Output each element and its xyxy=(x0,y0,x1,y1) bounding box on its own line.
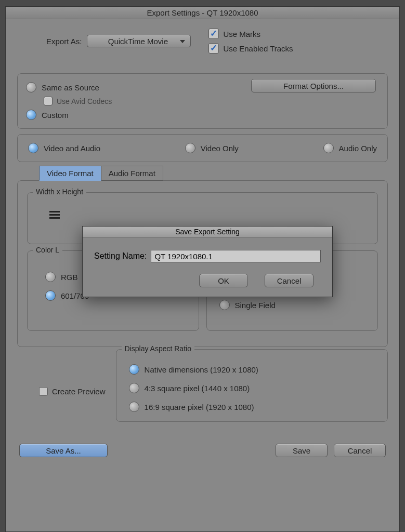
tab-video-format[interactable]: Video Format xyxy=(39,166,101,181)
setting-name-label: Setting Name: xyxy=(94,251,147,261)
dialog-title: Save Export Setting xyxy=(83,227,332,237)
dialog-overlay: Save Export Setting Setting Name: OK Can… xyxy=(0,0,405,532)
setting-name-input[interactable] xyxy=(151,250,321,262)
dialog-cancel-button[interactable]: Cancel xyxy=(265,274,313,287)
save-export-setting-dialog: Save Export Setting Setting Name: OK Can… xyxy=(82,226,333,297)
dialog-ok-button[interactable]: OK xyxy=(199,274,248,287)
